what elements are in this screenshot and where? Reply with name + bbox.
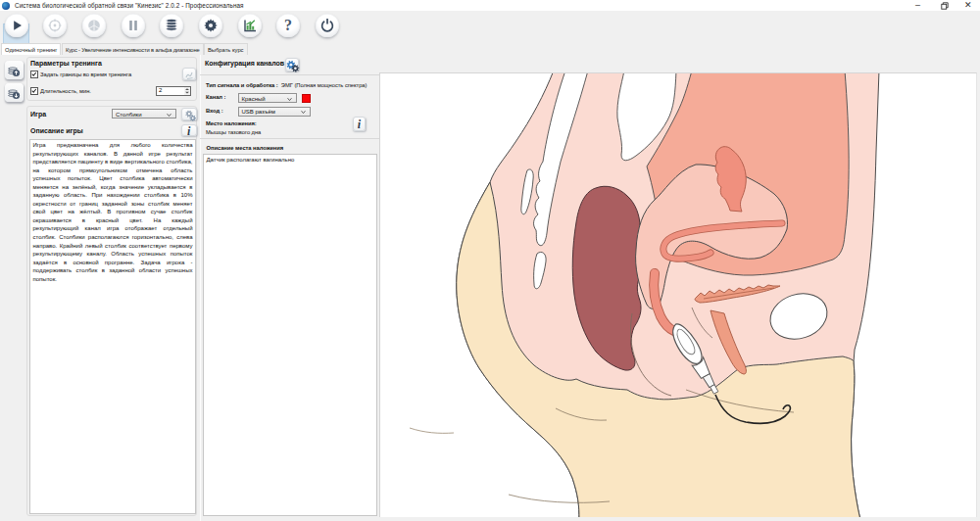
svg-text:?: ? — [284, 17, 292, 33]
